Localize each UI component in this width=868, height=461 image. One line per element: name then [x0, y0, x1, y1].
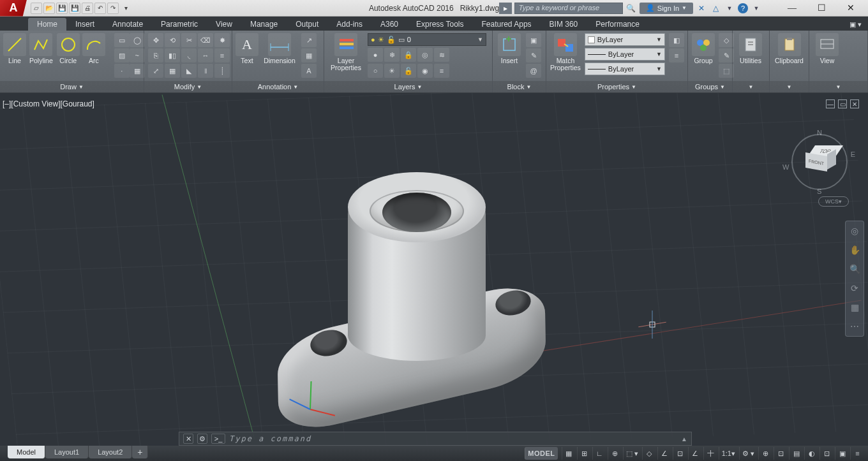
explode-icon[interactable]: ✸	[214, 33, 230, 47]
clipboard-button[interactable]: Clipboard	[774, 33, 805, 64]
a360-icon[interactable]: △	[710, 3, 721, 14]
compass-n[interactable]: N	[817, 129, 822, 136]
drawing-viewport[interactable]: [–][Custom View][Gouraud] — ▭ ✕ N E S W …	[0, 93, 868, 446]
panel-title-annotation[interactable]: Annotation ▼	[232, 81, 324, 92]
navbar-more-icon[interactable]: ⋯	[848, 319, 862, 333]
tab-featured-apps[interactable]: Featured Apps	[473, 18, 541, 31]
ribbon-panel-menu[interactable]: ▣ ▾	[843, 18, 868, 31]
tab-insert[interactable]: Insert	[66, 18, 103, 31]
ucs-icon[interactable]	[300, 372, 345, 416]
tab-manage[interactable]: Manage	[241, 18, 287, 31]
scale-icon[interactable]: ⤢	[148, 64, 163, 78]
edit-block-icon[interactable]: ✎	[526, 48, 541, 62]
tab-addins[interactable]: Add-ins	[327, 18, 371, 31]
layer-uniso-icon[interactable]: ◉	[417, 64, 433, 78]
qat-customize-icon[interactable]: ▾	[120, 3, 131, 14]
break-icon[interactable]: ┊	[214, 64, 230, 78]
panel-title-view[interactable]: ▼	[809, 81, 867, 92]
utilities-button[interactable]: Utilities	[737, 33, 765, 64]
layer-match-icon[interactable]: ≋	[434, 48, 449, 62]
panel-title-groups[interactable]: Groups ▼	[688, 81, 732, 92]
viewcube-front[interactable]: FRONT	[805, 152, 827, 172]
compass-w[interactable]: W	[782, 163, 789, 171]
exchange-icon[interactable]: ✕	[696, 3, 707, 14]
otrack-toggle-icon[interactable]: ⊡	[673, 447, 687, 460]
showmotion-icon[interactable]: ▦	[848, 300, 862, 314]
cmdline-customize-icon[interactable]: ⚙	[197, 434, 207, 444]
qat-undo-icon[interactable]: ↶	[94, 3, 106, 14]
compass-e[interactable]: E	[851, 150, 855, 158]
polar-toggle-icon[interactable]: ⊕	[608, 447, 622, 460]
fillet-icon[interactable]: ◟	[181, 48, 197, 62]
minimize-button[interactable]: —	[777, 1, 807, 16]
viewport-close-icon[interactable]: ✕	[850, 99, 859, 108]
workspace-switch-icon[interactable]: ⚙ ▾	[739, 447, 757, 460]
layer-unlock-icon[interactable]: 🔓	[401, 64, 416, 78]
add-layout-tab[interactable]: +	[132, 446, 148, 458]
match-properties-button[interactable]: Match Properties	[550, 33, 581, 71]
tab-home[interactable]: Home	[28, 18, 66, 31]
trim-icon[interactable]: ✂	[181, 33, 197, 47]
qat-open-icon[interactable]: 📂	[43, 3, 55, 14]
compass-s[interactable]: S	[817, 187, 821, 195]
create-block-icon[interactable]: ▣	[526, 33, 541, 47]
model-tab[interactable]: Model	[8, 446, 45, 458]
dimension-button[interactable]: Dimension	[262, 33, 297, 64]
snap-toggle-icon[interactable]: ⊞	[577, 447, 591, 460]
panel-title-modify[interactable]: Modify ▼	[144, 81, 232, 92]
tab-a360[interactable]: A360	[371, 18, 407, 31]
layout2-tab[interactable]: Layout2	[89, 446, 132, 458]
tab-annotate[interactable]: Annotate	[103, 18, 152, 31]
rectangle-icon[interactable]: ▭	[114, 33, 130, 47]
mirror-icon[interactable]: ▮▯	[165, 48, 180, 62]
layer-on-icon[interactable]: ○	[368, 64, 383, 78]
lineweight-dropdown[interactable]: ByLayer▼	[585, 48, 665, 61]
copy-icon[interactable]: ⎘	[148, 48, 163, 62]
help-icon[interactable]: ?	[738, 3, 748, 13]
insert-block-button[interactable]: Insert	[497, 33, 522, 64]
qat-saveas-icon[interactable]: 💾	[69, 3, 80, 14]
tab-bim360[interactable]: BIM 360	[541, 18, 587, 31]
arc-button[interactable]: Arc	[84, 33, 104, 64]
layer-state-icon[interactable]: ≡	[434, 64, 449, 78]
layout1-tab[interactable]: Layout1	[45, 446, 89, 458]
mtext-icon[interactable]: A	[301, 64, 317, 78]
chamfer-icon[interactable]: ◣	[181, 64, 197, 78]
view-button[interactable]: View	[813, 33, 841, 64]
rotate-icon[interactable]: ⟲	[165, 33, 180, 47]
tab-output[interactable]: Output	[287, 18, 327, 31]
hatch-icon[interactable]: ▨	[114, 48, 130, 62]
isodraft-toggle-icon[interactable]: ⬚ ▾	[623, 447, 641, 460]
osnap-toggle-icon[interactable]: ◇	[642, 447, 656, 460]
stretch-icon[interactable]: ↔	[198, 48, 213, 62]
quick-properties-icon[interactable]: ▤	[789, 447, 803, 460]
list-icon[interactable]: ≡	[669, 48, 684, 62]
text-button[interactable]: A Text	[236, 33, 258, 64]
tab-parametric[interactable]: Parametric	[152, 18, 207, 31]
hardware-accel-icon[interactable]: ◐	[804, 447, 818, 460]
current-layer-dropdown[interactable]: ● ☀ 🔓 ▭ 0 ▼	[368, 33, 486, 46]
isolate-objects-icon[interactable]: ⊡	[819, 447, 834, 460]
viewport-maximize-icon[interactable]: ▭	[838, 99, 847, 108]
tab-express-tools[interactable]: Express Tools	[407, 18, 472, 31]
panel-title-utilities[interactable]: ▼	[733, 81, 769, 92]
array-icon[interactable]: ▦	[165, 64, 180, 78]
viewport-label[interactable]: [–][Custom View][Gouraud]	[3, 99, 94, 108]
color-dropdown[interactable]: ByLayer▼	[585, 33, 665, 46]
search-icon[interactable]: 🔍	[625, 3, 637, 14]
layer-freeze-icon[interactable]: ❄	[384, 48, 400, 62]
layer-thaw-icon[interactable]: ☀	[384, 64, 400, 78]
ortho-toggle-icon[interactable]: ∟	[592, 447, 606, 460]
layer-off-icon[interactable]: ●	[368, 48, 383, 62]
polyline-button[interactable]: Polyline	[29, 33, 53, 64]
leader-icon[interactable]: ↗	[301, 33, 317, 47]
search-play-icon[interactable]: ▸	[499, 3, 512, 14]
tab-view[interactable]: View	[207, 18, 241, 31]
group-edit-icon[interactable]: ✎	[719, 48, 734, 62]
chevron-down-icon[interactable]: ▼	[751, 3, 762, 14]
wcs-indicator[interactable]: WCS ▾	[818, 196, 849, 207]
line-button[interactable]: Line	[4, 33, 26, 64]
panel-title-draw[interactable]: Draw ▼	[0, 81, 144, 92]
qat-plot-icon[interactable]: 🖨	[82, 3, 93, 14]
units-icon[interactable]: ⊡	[774, 447, 788, 460]
